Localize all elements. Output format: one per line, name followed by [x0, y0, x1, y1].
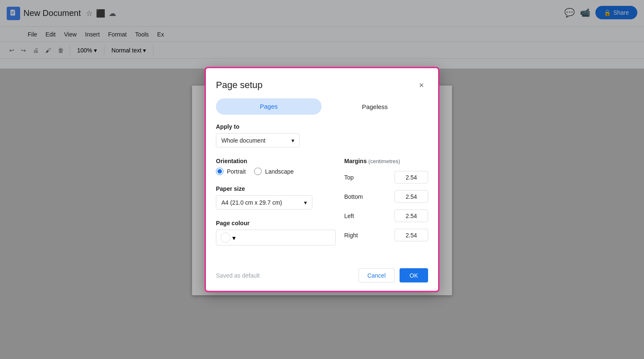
right-column: Margins (centimetres) Top Bottom Left	[344, 158, 428, 256]
margin-bottom-label: Bottom	[344, 193, 369, 200]
orientation-options: Portrait Landscape	[216, 168, 336, 175]
paper-size-section: Paper size A4 (21.0 cm x 29.7 cm) ▾	[216, 185, 336, 210]
margins-section: Margins (centimetres) Top Bottom Left	[344, 158, 428, 242]
portrait-option[interactable]: Portrait	[216, 168, 246, 175]
margins-title: Margins (centimetres)	[344, 158, 428, 164]
margin-top-label: Top	[344, 174, 369, 181]
colour-picker-button[interactable]: ▾	[216, 230, 336, 246]
portrait-label: Portrait	[227, 168, 246, 175]
two-col-layout: Orientation Portrait Landscape	[216, 158, 428, 256]
tab-pageless[interactable]: Pageless	[322, 99, 428, 115]
margin-top-row: Top	[344, 171, 428, 184]
cancel-button[interactable]: Cancel	[358, 268, 395, 283]
apply-to-arrow: ▾	[291, 137, 294, 144]
paper-size-label: Paper size	[216, 185, 336, 192]
colour-circle	[221, 233, 231, 243]
margin-left-input[interactable]	[395, 210, 428, 222]
margin-right-row: Right	[344, 229, 428, 242]
page-colour-section: Page colour ▾	[216, 220, 336, 246]
dialog-header: Page setup ×	[206, 68, 438, 99]
landscape-option[interactable]: Landscape	[254, 168, 294, 175]
dialog-title: Page setup	[216, 80, 262, 91]
apply-to-dropdown[interactable]: Whole document ▾	[216, 133, 300, 148]
margins-unit: (centimetres)	[369, 158, 400, 164]
landscape-label: Landscape	[265, 168, 294, 175]
ok-button[interactable]: OK	[400, 268, 428, 283]
margin-bottom-row: Bottom	[344, 190, 428, 203]
tab-pages[interactable]: Pages	[216, 99, 322, 115]
colour-arrow: ▾	[232, 234, 236, 242]
apply-to-section: Apply to Whole document ▾	[216, 123, 428, 148]
margin-right-input[interactable]	[395, 229, 428, 242]
footer-buttons: Cancel OK	[358, 268, 428, 283]
margin-right-label: Right	[344, 232, 369, 239]
landscape-radio[interactable]	[254, 168, 262, 175]
orientation-label: Orientation	[216, 158, 336, 164]
dialog-tabs: Pages Pageless	[206, 99, 438, 115]
apply-to-label: Apply to	[216, 123, 428, 130]
margin-left-row: Left	[344, 210, 428, 222]
page-colour-label: Page colour	[216, 220, 336, 226]
page-setup-dialog: Page setup × Pages Pageless Apply to Who…	[205, 67, 439, 292]
margin-bottom-input[interactable]	[395, 190, 428, 203]
dialog-footer: Saved as default Cancel OK	[206, 260, 438, 291]
left-column: Orientation Portrait Landscape	[216, 158, 344, 256]
orientation-section: Orientation Portrait Landscape	[216, 158, 336, 175]
margin-left-label: Left	[344, 213, 369, 219]
close-button[interactable]: ×	[415, 78, 428, 92]
portrait-radio[interactable]	[216, 168, 223, 175]
saved-as-default-text: Saved as default	[216, 272, 260, 279]
paper-size-arrow: ▾	[304, 199, 307, 206]
dialog-body: Apply to Whole document ▾ Orientation Po…	[206, 123, 438, 256]
margin-top-input[interactable]	[395, 171, 428, 184]
paper-size-dropdown[interactable]: A4 (21.0 cm x 29.7 cm) ▾	[216, 195, 312, 210]
